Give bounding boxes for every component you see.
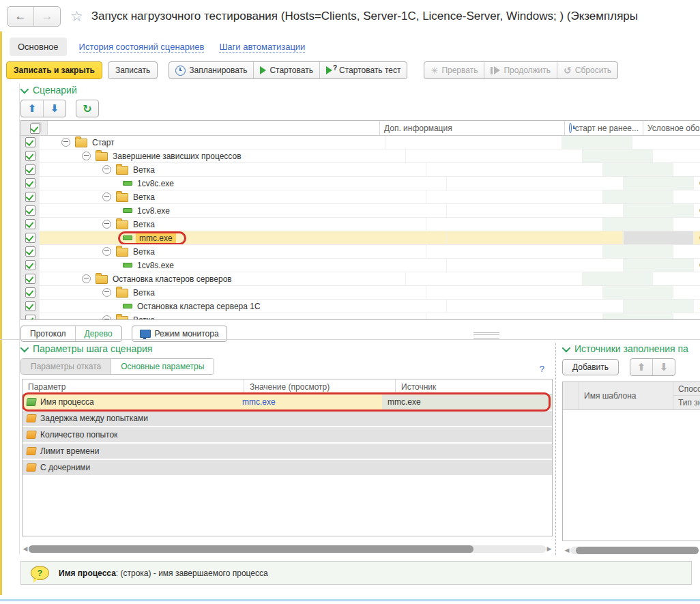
move-up-button[interactable]: ⬆ bbox=[21, 100, 43, 117]
parameter-row[interactable]: С дочерними bbox=[23, 460, 552, 475]
info-cell bbox=[406, 272, 583, 285]
favorite-star-icon[interactable]: ☆ bbox=[70, 8, 83, 25]
value-column-header[interactable]: Значение (просмотр) bbox=[244, 379, 396, 394]
scenario-section-header[interactable]: Сценарий bbox=[20, 85, 77, 96]
parameter-row[interactable]: Количество попыток bbox=[23, 427, 552, 442]
help-link[interactable]: ? bbox=[540, 364, 544, 374]
fill-method-column-header[interactable]: Способ з bbox=[673, 382, 700, 396]
tree-row[interactable]: mmc.exeClient bbox=[21, 231, 700, 245]
collapse-toggle-icon[interactable] bbox=[102, 247, 111, 256]
collapse-toggle-icon[interactable] bbox=[102, 165, 111, 174]
tree-item-label: 1cv8c.exe bbox=[137, 179, 174, 188]
save-button[interactable]: Записать bbox=[108, 61, 158, 79]
checkbox[interactable] bbox=[25, 205, 35, 216]
schedule-button[interactable]: Запланировать bbox=[169, 62, 254, 78]
tree-column-header[interactable] bbox=[48, 121, 380, 135]
fill-sources-horizontal-scrollbar[interactable]: ◀ bbox=[564, 546, 699, 555]
parameter-row[interactable]: Лимит времени bbox=[23, 444, 552, 459]
move-down-button[interactable]: ⬇ bbox=[43, 100, 65, 117]
scrollbar-thumb[interactable] bbox=[29, 545, 473, 553]
info-cell bbox=[406, 149, 583, 162]
checkbox[interactable] bbox=[25, 246, 35, 257]
interrupt-button[interactable]: ✳ Прервать bbox=[424, 62, 484, 78]
tree-row[interactable]: Ветка bbox=[21, 313, 700, 320]
start-test-button[interactable]: ? Стартовать тест bbox=[320, 62, 407, 78]
move-up-button[interactable]: ⬆ bbox=[630, 359, 652, 375]
tab-rollback-parameters[interactable]: Параметры отката bbox=[21, 359, 111, 374]
tree-cell: Ветка bbox=[40, 313, 426, 320]
start-column-header[interactable]: старт не ранее... bbox=[565, 121, 643, 135]
parameters-horizontal-scrollbar[interactable]: ◀ ▶ bbox=[22, 545, 553, 553]
collapse-toggle-icon[interactable] bbox=[82, 274, 91, 283]
tree-row[interactable]: 1cv8s.exeClient bbox=[21, 259, 700, 272]
scroll-left-arrow[interactable]: ◀ bbox=[564, 546, 570, 555]
info-column-header[interactable]: Доп. информация bbox=[380, 121, 565, 135]
resume-button[interactable]: Продолжить bbox=[484, 62, 557, 78]
start-button[interactable]: Стартовать bbox=[254, 62, 320, 78]
step-parameters-section-header[interactable]: Параметры шага сценария bbox=[20, 343, 554, 354]
tree-row[interactable]: Ветка bbox=[21, 245, 700, 259]
scrollbar-track[interactable] bbox=[29, 545, 546, 553]
collapse-toggle-icon[interactable] bbox=[102, 192, 111, 201]
parameter-value-cell bbox=[237, 460, 382, 475]
checkbox[interactable] bbox=[25, 260, 35, 270]
tree-row[interactable]: Ветка bbox=[21, 190, 700, 204]
horizontal-splitter[interactable] bbox=[0, 339, 700, 340]
source-column-header[interactable]: Источник bbox=[396, 379, 552, 394]
checkbox[interactable] bbox=[25, 233, 35, 243]
reset-button[interactable]: ↺ Сбросить bbox=[557, 62, 617, 78]
splitter-grip[interactable] bbox=[473, 332, 499, 339]
forward-button[interactable]: → bbox=[34, 7, 60, 26]
scrollbar-track[interactable] bbox=[570, 547, 699, 554]
back-button[interactable]: ← bbox=[8, 7, 34, 26]
scroll-left-arrow[interactable]: ◀ bbox=[22, 545, 29, 553]
checkbox[interactable] bbox=[25, 178, 35, 188]
checkbox[interactable] bbox=[25, 301, 35, 311]
tree-cell: Ветка bbox=[40, 286, 426, 299]
tree-cell: Завершение зависших процессов bbox=[40, 149, 406, 162]
checkbox[interactable] bbox=[25, 192, 35, 202]
scrollbar-thumb[interactable] bbox=[576, 547, 699, 554]
fill-sources-section-header[interactable]: Источники заполнения па bbox=[562, 343, 700, 354]
collapse-toggle-icon[interactable] bbox=[61, 138, 70, 147]
row-checkbox-cell bbox=[21, 177, 40, 190]
check-all-header[interactable] bbox=[21, 121, 48, 135]
refresh-button[interactable]: ↻ bbox=[76, 100, 99, 117]
tree-row[interactable]: Ветка bbox=[21, 218, 700, 231]
parameter-row[interactable]: Имя процессаmmc.exemmc.exe bbox=[23, 394, 552, 409]
scroll-right-arrow[interactable]: ▶ bbox=[546, 545, 553, 553]
tree-row[interactable]: Завершение зависших процессов bbox=[21, 149, 700, 163]
value-type-column-header[interactable]: Тип знач bbox=[673, 396, 700, 409]
tab-main-parameters[interactable]: Основные параметры bbox=[111, 359, 214, 374]
unit-column-header[interactable]: Условное обозначение ед bbox=[643, 121, 700, 135]
checkbox[interactable] bbox=[25, 315, 35, 320]
tree-row[interactable]: Остановка кластера сервера 1С1C server bbox=[21, 300, 700, 313]
collapse-toggle-icon[interactable] bbox=[82, 152, 91, 160]
info-cell bbox=[447, 259, 624, 272]
tree-row[interactable]: Ветка bbox=[21, 286, 700, 300]
tree-row[interactable]: 1cv8c.exeClient bbox=[21, 177, 700, 190]
collapse-toggle-icon[interactable] bbox=[102, 315, 111, 320]
template-name-column-header[interactable]: Имя шаблона bbox=[579, 382, 673, 409]
collapse-toggle-icon[interactable] bbox=[102, 288, 111, 297]
add-button[interactable]: Добавить bbox=[562, 359, 619, 375]
tree-row[interactable]: Ветка bbox=[21, 163, 700, 177]
checkbox[interactable] bbox=[25, 137, 35, 147]
checkbox[interactable] bbox=[25, 287, 35, 298]
checkbox[interactable] bbox=[25, 151, 35, 161]
checkbox[interactable] bbox=[25, 274, 35, 284]
tab-automation-steps[interactable]: Шаги автоматизации bbox=[216, 38, 308, 56]
tab-scenario-history[interactable]: История состояний сценариев bbox=[76, 38, 207, 56]
checkbox[interactable] bbox=[25, 164, 35, 175]
move-down-button[interactable]: ⬇ bbox=[652, 359, 675, 375]
checkbox[interactable] bbox=[25, 219, 35, 229]
parameter-row[interactable]: Задержка между попытками bbox=[23, 411, 552, 426]
param-column-header[interactable]: Параметр bbox=[23, 379, 244, 394]
collapse-toggle-icon[interactable] bbox=[102, 220, 111, 229]
tree-row[interactable]: 1cv8.exeClient bbox=[21, 204, 700, 218]
vertical-splitter[interactable] bbox=[555, 343, 557, 555]
tree-row[interactable]: Остановка кластеров серверов bbox=[21, 272, 700, 286]
tab-main[interactable]: Основное bbox=[10, 38, 67, 56]
save-and-close-button[interactable]: Записать и закрыть bbox=[6, 61, 102, 79]
tree-row[interactable]: Старт bbox=[21, 136, 700, 149]
